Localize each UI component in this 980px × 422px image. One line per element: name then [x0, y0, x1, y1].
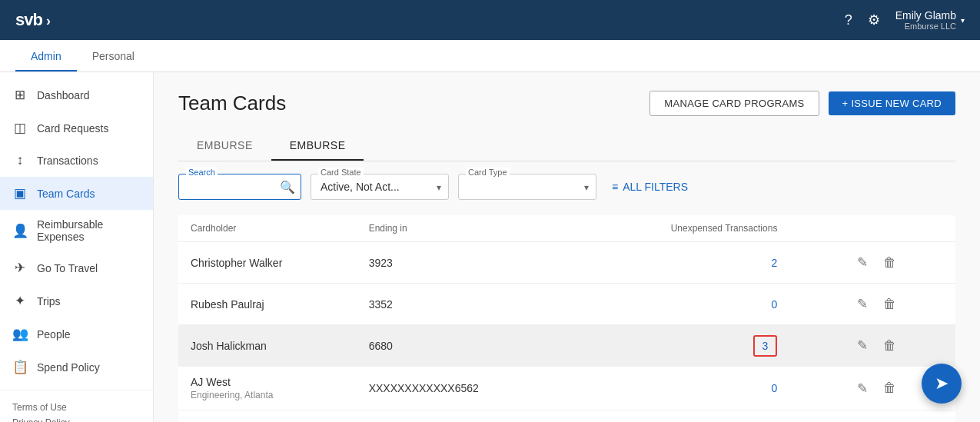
cardholder-cell: Rubesh Paulraj [178, 284, 357, 325]
table-row: Rubesh Paulraj33520 ✎ 🗑 [178, 284, 955, 325]
col-actions [839, 215, 955, 242]
issue-new-card-button[interactable]: + ISSUE NEW CARD [829, 91, 955, 115]
card-type-field: Card Type ▾ [458, 174, 596, 200]
sidebar-item-trips[interactable]: ✦ Trips [0, 284, 153, 317]
actions-cell: ✎ 🗑 [839, 410, 955, 423]
unexpensed-cell[interactable]: 0 [563, 367, 839, 410]
sidebar-item-people[interactable]: 👥 People [0, 317, 153, 351]
all-filters-button[interactable]: ≡ ALL FILTERS [612, 181, 688, 193]
dashboard-icon: ⊞ [12, 87, 28, 103]
cardholder-cell: Josh Halickman [178, 325, 357, 367]
settings-icon[interactable]: ⚙ [868, 12, 880, 28]
privacy-policy-link[interactable]: Privacy Policy [12, 415, 141, 422]
sidebar-footer: Terms of Use Privacy Policy [0, 390, 153, 422]
card-requests-icon: ◫ [12, 120, 28, 136]
sidebar-item-go-to-travel[interactable]: ✈ Go To Travel [0, 251, 153, 284]
sub-tab-emburse-2[interactable]: EMBURSE [271, 131, 364, 161]
sidebar-item-reimbursable-expenses[interactable]: 👤 Reimbursable Expenses [0, 210, 153, 251]
ending-cell: 3352 [357, 284, 563, 325]
col-cardholder: Cardholder [178, 215, 357, 242]
user-org: Emburse LLC [895, 22, 956, 31]
team-cards-icon: ▣ [12, 185, 28, 201]
sub-tab-emburse-1[interactable]: EMBURSE [178, 131, 271, 161]
nav-icons: ? ⚙ Emily Glamb Emburse LLC ▾ [845, 9, 965, 31]
page-title: Team Cards [178, 91, 649, 115]
sidebar-label-trips: Trips [37, 295, 61, 307]
sidebar-item-spend-policy[interactable]: 📋 Spend Policy [0, 351, 153, 384]
sidebar-label-travel: Go To Travel [37, 262, 98, 274]
unexpensed-value[interactable]: 0 [772, 382, 778, 394]
terms-of-use-link[interactable]: Terms of Use [12, 400, 141, 415]
edit-icon[interactable]: ✎ [851, 334, 874, 357]
edit-icon[interactable]: ✎ [851, 251, 874, 274]
tab-admin[interactable]: Admin [15, 42, 77, 71]
table-row: Rubesh PaulrajXXXXXXXXXXXX65620 ✎ 🗑 [178, 410, 955, 423]
user-name: Emily Glamb [895, 9, 956, 22]
table-row: AJ WestEngineering, AtlantaXXXXXXXXXXXX6… [178, 367, 955, 410]
travel-icon: ✈ [12, 260, 28, 276]
all-filters-label: ALL FILTERS [623, 181, 688, 193]
reimbursable-icon: 👤 [12, 223, 28, 239]
manage-card-programs-button[interactable]: MANAGE CARD PROGRAMS [649, 91, 819, 116]
unexpensed-cell[interactable]: 0 [563, 410, 839, 423]
unexpensed-value[interactable]: 0 [772, 298, 778, 311]
edit-icon[interactable]: ✎ [851, 377, 874, 400]
cardholder-cell: AJ WestEngineering, Atlanta [178, 367, 357, 410]
unexpensed-value[interactable]: 2 [772, 257, 778, 269]
sidebar-label-team-cards: Team Cards [37, 188, 95, 200]
unexpensed-cell[interactable]: 0 [563, 284, 839, 325]
cardholder-name: AJ West [191, 376, 231, 388]
content-header: Team Cards MANAGE CARD PROGRAMS + ISSUE … [178, 91, 955, 116]
unexpensed-cell[interactable]: 2 [563, 242, 839, 284]
delete-icon[interactable]: 🗑 [877, 335, 902, 357]
col-unexpensed: Unexpensed Transactions [563, 215, 839, 242]
filter-icon: ≡ [612, 181, 618, 193]
tab-personal[interactable]: Personal [77, 42, 150, 71]
svb-logo-arrow: › [46, 13, 50, 28]
sidebar-label-transactions: Transactions [37, 155, 98, 167]
card-state-select[interactable]: Active, Not Act... [311, 174, 449, 200]
help-icon[interactable]: ? [845, 12, 852, 28]
filters-row: Search 🔍 Card State Active, Not Act... ▾… [178, 174, 955, 200]
delete-icon[interactable]: 🗑 [877, 377, 902, 399]
ending-cell: 3923 [357, 242, 563, 284]
col-ending-in: Ending in [357, 215, 563, 242]
unexpensed-cell[interactable]: 3 [563, 325, 839, 367]
card-type-select[interactable] [458, 174, 596, 200]
sidebar-item-dashboard[interactable]: ⊞ Dashboard [0, 78, 153, 111]
user-chevron-icon: ▾ [961, 16, 965, 25]
cards-table: Cardholder Ending in Unexpensed Transact… [178, 215, 955, 422]
sidebar-label-reimbursable: Reimbursable Expenses [37, 218, 141, 243]
ending-cell: 6680 [357, 325, 563, 367]
card-state-label: Card State [318, 168, 364, 177]
transactions-icon: ↕ [12, 153, 28, 168]
ending-cell: XXXXXXXXXXXX6562 [357, 367, 563, 410]
card-state-field: Card State Active, Not Act... ▾ [311, 174, 449, 200]
card-type-label: Card Type [466, 168, 510, 177]
delete-icon[interactable]: 🗑 [877, 294, 902, 315]
main-layout: ⊞ Dashboard ◫ Card Requests ↕ Transactio… [0, 72, 980, 422]
main-content: Team Cards MANAGE CARD PROGRAMS + ISSUE … [154, 72, 980, 422]
sidebar-item-transactions[interactable]: ↕ Transactions [0, 145, 153, 177]
top-navigation: svb › ? ⚙ Emily Glamb Emburse LLC ▾ [0, 0, 980, 40]
sidebar-label-card-requests: Card Requests [37, 122, 108, 135]
delete-icon[interactable]: 🗑 [877, 252, 902, 274]
table-row: Christopher Walker39232 ✎ 🗑 [178, 242, 955, 284]
people-icon: 👥 [12, 326, 28, 342]
fab-button[interactable]: ➤ [922, 364, 962, 404]
sidebar: ⊞ Dashboard ◫ Card Requests ↕ Transactio… [0, 72, 154, 422]
ending-cell: XXXXXXXXXXXX6562 [357, 410, 563, 423]
search-field: Search 🔍 [178, 174, 301, 200]
table-row: Josh Halickman66803 ✎ 🗑 [178, 325, 955, 367]
cardholder-sub: Engineering, Atlanta [191, 390, 273, 400]
edit-icon[interactable]: ✎ [851, 293, 874, 315]
search-icon[interactable]: 🔍 [280, 180, 295, 194]
cardholder-cell: Rubesh Paulraj [178, 410, 357, 423]
sidebar-item-card-requests[interactable]: ◫ Card Requests [0, 111, 153, 145]
sidebar-item-team-cards[interactable]: ▣ Team Cards [0, 177, 153, 210]
actions-cell: ✎ 🗑 [839, 284, 955, 325]
sidebar-label-people: People [37, 328, 71, 341]
trips-icon: ✦ [12, 293, 28, 309]
user-menu[interactable]: Emily Glamb Emburse LLC ▾ [895, 9, 965, 31]
unexpensed-highlighted-value[interactable]: 3 [753, 335, 778, 357]
